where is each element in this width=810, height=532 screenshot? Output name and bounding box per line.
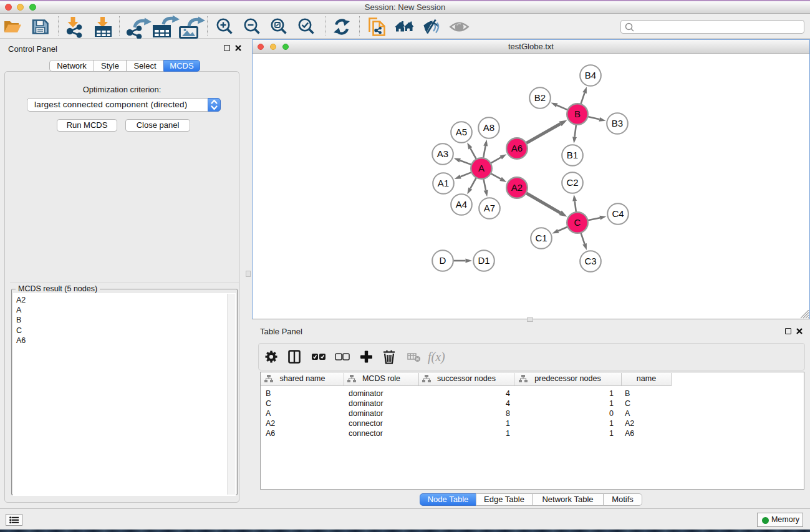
- svg-text:C2: C2: [566, 177, 578, 188]
- svg-text:A2: A2: [511, 182, 523, 193]
- svg-text:B2: B2: [534, 92, 546, 103]
- svg-text:B1: B1: [567, 150, 578, 160]
- svg-text:A8: A8: [483, 122, 494, 133]
- svg-text:A7: A7: [484, 203, 495, 213]
- svg-text:A1: A1: [438, 178, 449, 188]
- svg-text:C3: C3: [584, 256, 596, 266]
- svg-text:D1: D1: [478, 255, 489, 266]
- svg-text:A5: A5: [456, 127, 467, 137]
- svg-text:B3: B3: [612, 118, 623, 128]
- svg-text:A6: A6: [511, 143, 523, 153]
- svg-text:C1: C1: [535, 233, 547, 243]
- svg-text:B: B: [574, 109, 581, 119]
- svg-text:A4: A4: [456, 199, 467, 210]
- svg-text:A3: A3: [437, 148, 448, 159]
- svg-text:B4: B4: [585, 70, 596, 80]
- svg-text:f(x): f(x): [428, 350, 445, 364]
- svg-text:D: D: [440, 255, 446, 266]
- svg-text:C4: C4: [612, 208, 624, 219]
- svg-text:A: A: [478, 163, 485, 173]
- svg-text:C: C: [574, 217, 581, 228]
